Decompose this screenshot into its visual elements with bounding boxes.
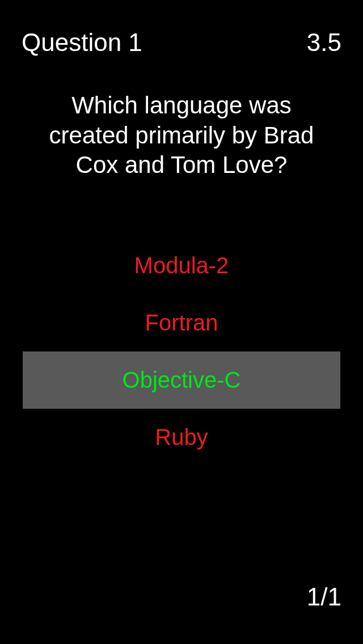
question-number-label: Question 1 <box>22 28 142 57</box>
answer-option-2[interactable]: Objective-C <box>23 351 340 409</box>
answer-option-0[interactable]: Modula-2 <box>23 237 340 294</box>
answer-label: Objective-C <box>123 367 241 392</box>
answer-option-1[interactable]: Fortran <box>23 294 340 351</box>
timer-label: 3.5 <box>307 28 341 57</box>
header: Question 1 3.5 <box>0 0 363 57</box>
answers-list: Modula-2 Fortran Objective-C Ruby <box>0 237 363 466</box>
question-text: Which language was created primarily by … <box>0 57 363 180</box>
answer-option-3[interactable]: Ruby <box>23 409 340 466</box>
score-label: 1/1 <box>307 583 341 611</box>
answer-label: Modula-2 <box>134 253 229 278</box>
answer-label: Fortran <box>145 310 218 335</box>
answer-label: Ruby <box>155 425 208 450</box>
